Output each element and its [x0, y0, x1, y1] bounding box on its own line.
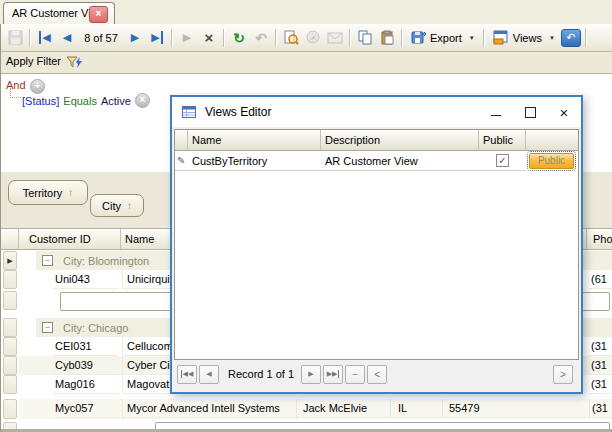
back-button[interactable]: ↶: [560, 27, 582, 49]
table-row[interactable]: Myc057 Mycor Advanced Intell Systems Jac…: [19, 399, 612, 419]
app-window: AR Customer View × ◀ ◀ 8 of 57 ▶ ▶ ▶ × ↻…: [0, 0, 612, 432]
nav-minus-button[interactable]: −: [345, 365, 365, 384]
views-editor-icon: [181, 104, 197, 120]
views-dropdown-icon[interactable]: ▼: [549, 35, 555, 41]
row-indicator[interactable]: [3, 291, 17, 310]
views-column-blank[interactable]: [526, 130, 578, 151]
views-column-description[interactable]: Description: [321, 130, 479, 151]
close-icon: ×: [560, 104, 569, 121]
filter-condition-operator[interactable]: Equals: [63, 95, 97, 107]
cell-phone: (31: [589, 399, 612, 418]
print-preview-icon[interactable]: [280, 27, 302, 49]
filter-icon: [66, 55, 82, 70]
cell-phone: (61: [589, 270, 612, 289]
public-button[interactable]: Public: [529, 153, 574, 169]
navigate-icon[interactable]: [302, 27, 324, 49]
column-header-customer-id[interactable]: Customer ID: [19, 229, 121, 250]
group-row-label: City: Bloomington: [63, 255, 149, 267]
collapse-icon[interactable]: −: [42, 255, 53, 266]
cell-customer-id: Myc057: [53, 399, 118, 418]
group-button-territory[interactable]: Territory ↑: [8, 180, 88, 205]
group-button-city[interactable]: City ↑: [90, 194, 144, 217]
row-indicator[interactable]: [3, 337, 17, 356]
views-column-public[interactable]: Public: [479, 130, 526, 151]
filter-condition-field[interactable]: [Status]: [22, 95, 59, 107]
tab-ar-customer-view[interactable]: AR Customer View ×: [3, 2, 115, 25]
row-indicator[interactable]: [3, 270, 17, 289]
dialog-titlebar[interactable]: Views Editor ×: [172, 97, 581, 127]
filter-condition[interactable]: [Status] Equals Active ×: [22, 93, 150, 108]
sort-asc-icon: ↑: [127, 200, 132, 211]
cell-customer-id: Uni043: [53, 270, 118, 289]
apply-filter-bar[interactable]: Apply Filter: [0, 52, 612, 74]
export-icon: [411, 30, 426, 45]
export-dropdown-icon[interactable]: ▼: [469, 35, 475, 41]
group-territory-label: Territory: [23, 187, 63, 199]
last-record-button[interactable]: ▶: [146, 27, 168, 49]
toolbar-separator: [585, 29, 587, 47]
nav-next-button[interactable]: ▶: [301, 365, 321, 384]
collapse-icon[interactable]: −: [42, 322, 53, 333]
export-button[interactable]: Export ▼: [406, 28, 480, 47]
row-indicator[interactable]: [3, 399, 17, 419]
mail-icon[interactable]: [324, 27, 346, 49]
cell-contact: Jack McElvie: [296, 399, 390, 418]
nav-previous-button[interactable]: ◀: [199, 365, 219, 384]
remove-condition-icon[interactable]: ×: [135, 93, 150, 108]
scroll-left-button[interactable]: <: [367, 365, 387, 384]
toolbar-separator: [483, 29, 485, 47]
row-indicator[interactable]: [3, 375, 17, 394]
scroll-right-button[interactable]: >: [553, 365, 573, 384]
left-edge: [0, 24, 1, 432]
public-checkbox[interactable]: ✓: [496, 154, 509, 167]
add-condition-icon[interactable]: +: [30, 79, 45, 94]
minimize-button[interactable]: [479, 97, 513, 127]
back-icon: ↶: [561, 29, 581, 47]
views-grid-corner: [175, 130, 188, 151]
views-grid: Name Description Public ✎ CustByTerritor…: [174, 129, 579, 360]
dialog-title: Views Editor: [205, 105, 271, 119]
views-column-name[interactable]: Name: [188, 130, 321, 151]
views-cell-name[interactable]: CustByTerritory: [188, 151, 321, 171]
close-button[interactable]: ×: [547, 97, 581, 127]
delete-record-icon[interactable]: ×: [198, 27, 220, 49]
views-label: Views: [513, 32, 542, 44]
cell-customer-id: Cyb039: [53, 356, 118, 375]
row-indicator-current[interactable]: ▶: [3, 251, 17, 270]
views-icon: [493, 30, 509, 45]
cell-customer-id: Mag016: [53, 375, 118, 394]
column-header-phone[interactable]: Phone: [587, 229, 612, 250]
filter-tree-line: [10, 88, 21, 98]
toolbar-separator: [29, 29, 31, 47]
tab-strip: AR Customer View ×: [0, 0, 612, 25]
cell-phone: (31: [589, 337, 612, 356]
nav-first-button[interactable]: ◀◀: [177, 365, 197, 384]
paste-icon[interactable]: [376, 27, 398, 49]
row-indicator[interactable]: [3, 318, 17, 337]
cell-zip: 55479: [442, 399, 586, 418]
maximize-button[interactable]: [513, 97, 547, 127]
first-record-button[interactable]: ◀: [34, 27, 56, 49]
save-icon[interactable]: [4, 27, 26, 49]
main-toolbar: ◀ ◀ 8 of 57 ▶ ▶ ▶ × ↻ ↶ Export ▼: [0, 24, 612, 52]
undo-icon[interactable]: ↶: [250, 27, 272, 49]
filter-condition-value[interactable]: Active: [101, 95, 131, 107]
minimize-icon: [491, 115, 501, 116]
next-record-button[interactable]: ▶: [124, 27, 146, 49]
new-record-icon[interactable]: ▶: [176, 27, 198, 49]
tab-close-icon[interactable]: ×: [89, 6, 108, 23]
views-cell-public: ✓: [479, 151, 526, 171]
record-count-label: Record 1 of 1: [228, 368, 294, 380]
refresh-icon[interactable]: ↻: [228, 27, 250, 49]
cell-phone: (31: [589, 375, 612, 394]
row-indicator[interactable]: [3, 356, 17, 375]
previous-record-button[interactable]: ◀: [56, 27, 78, 49]
grid-corner-header: [1, 229, 19, 250]
views-cell-description[interactable]: AR Customer View: [321, 151, 479, 171]
nav-last-button[interactable]: ▶▶: [323, 365, 343, 384]
views-editor-dialog: Views Editor × Name Description Public ✎…: [170, 95, 583, 394]
copy-icon[interactable]: [354, 27, 376, 49]
row-edit-indicator: ✎: [175, 151, 188, 171]
current-row-arrow-icon: ▶: [7, 257, 12, 265]
views-button[interactable]: Views ▼: [488, 28, 560, 47]
